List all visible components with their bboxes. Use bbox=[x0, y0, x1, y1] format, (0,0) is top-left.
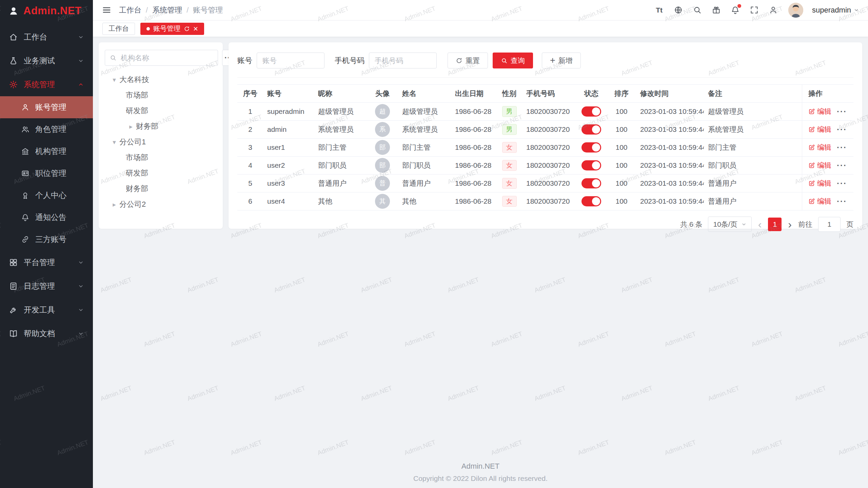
edit-button[interactable]: 编辑 bbox=[808, 107, 831, 116]
page-size-select[interactable]: 10条/页 bbox=[708, 217, 751, 232]
cell-status bbox=[576, 124, 607, 135]
account-filter-input[interactable] bbox=[257, 53, 324, 68]
col-no: 序号 bbox=[237, 89, 263, 98]
tree-node[interactable]: ▸ 财务部 bbox=[105, 119, 217, 134]
sidebar-item-account-mgmt[interactable]: 账号管理 bbox=[0, 96, 93, 118]
cell-remark: 部门职员 bbox=[704, 161, 802, 170]
avatar[interactable] bbox=[788, 3, 803, 18]
menu-collapse-icon[interactable] bbox=[102, 5, 112, 15]
phone-filter-input[interactable] bbox=[369, 53, 437, 68]
close-icon[interactable]: × bbox=[193, 25, 198, 33]
tree-node[interactable]: 市场部 bbox=[105, 87, 217, 103]
sidebar-item-personal-center[interactable]: 个人中心 bbox=[0, 184, 93, 206]
cell-account: user1 bbox=[263, 143, 314, 151]
tab-workbench[interactable]: 工作台 bbox=[102, 23, 135, 35]
sidebar-item-system-mgmt[interactable]: 系统管理 bbox=[0, 73, 93, 96]
gender-badge: 男 bbox=[502, 124, 517, 135]
col-gender: 性别 bbox=[496, 89, 522, 98]
status-toggle[interactable] bbox=[581, 196, 601, 206]
caret-down-icon[interactable]: ▾ bbox=[109, 76, 119, 84]
edit-icon bbox=[808, 144, 815, 151]
cell-order: 100 bbox=[607, 197, 636, 205]
tree-node[interactable]: ▸ 分公司2 bbox=[105, 197, 217, 212]
cell-gender: 男 bbox=[496, 124, 522, 135]
language-icon[interactable] bbox=[673, 5, 683, 15]
fullscreen-icon[interactable] bbox=[749, 5, 759, 15]
sidebar-item-role-mgmt[interactable]: 角色管理 bbox=[0, 118, 93, 140]
tree-node[interactable]: ▾ 分公司1 bbox=[105, 134, 217, 150]
tree-node[interactable]: 研发部 bbox=[105, 165, 217, 181]
cell-account: user2 bbox=[263, 161, 314, 169]
goto-page-input[interactable] bbox=[818, 217, 841, 232]
medal-icon bbox=[21, 191, 29, 200]
org-search-input[interactable] bbox=[120, 54, 213, 62]
tree-node[interactable]: 市场部 bbox=[105, 150, 217, 165]
user-icon[interactable] bbox=[768, 5, 778, 15]
row-more-button[interactable]: ··· bbox=[837, 143, 847, 151]
row-more-button[interactable]: ··· bbox=[837, 179, 847, 187]
edit-button[interactable]: 编辑 bbox=[808, 179, 831, 188]
reset-button[interactable]: 重置 bbox=[448, 53, 488, 68]
table-row: 4 user2 部门职员 部 部门职员 1986-06-28 女 1802003… bbox=[237, 157, 853, 175]
phone-filter-label: 手机号码 bbox=[335, 56, 364, 66]
org-tree-panel: ··· ▾ 大名科技 市场部 研发部 ▸ 财务部 bbox=[99, 42, 223, 229]
prev-page-button[interactable]: ‹ bbox=[757, 219, 763, 230]
sidebar-item-business-test[interactable]: 业务测试 bbox=[0, 49, 93, 73]
sidebar-item-platform-mgmt[interactable]: 平台管理 bbox=[0, 250, 93, 274]
search-button[interactable]: 查询 bbox=[493, 53, 533, 68]
add-button[interactable]: + 新增 bbox=[542, 53, 581, 68]
status-toggle[interactable] bbox=[581, 124, 601, 135]
page-number-current[interactable]: 1 bbox=[768, 218, 782, 231]
app-logo[interactable]: Admin.NET bbox=[0, 0, 93, 22]
sidebar-item-third-party-account[interactable]: 三方账号 bbox=[0, 228, 93, 250]
sidebar-item-log-mgmt[interactable]: 日志管理 bbox=[0, 274, 93, 298]
status-toggle[interactable] bbox=[581, 178, 601, 188]
breadcrumb-workbench[interactable]: 工作台 bbox=[119, 5, 141, 15]
theme-icon[interactable] bbox=[711, 5, 721, 15]
sidebar-item-position-mgmt[interactable]: 职位管理 bbox=[0, 162, 93, 184]
edit-button[interactable]: 编辑 bbox=[808, 143, 831, 152]
caret-down-icon[interactable]: ▾ bbox=[109, 138, 119, 146]
notification-bell-icon[interactable] bbox=[730, 5, 740, 15]
font-size-icon[interactable]: Tt bbox=[654, 5, 664, 15]
tab-account-mgmt[interactable]: 账号管理 × bbox=[140, 23, 204, 35]
row-more-button[interactable]: ··· bbox=[837, 107, 847, 116]
search-icon[interactable] bbox=[692, 5, 702, 15]
cell-no: 3 bbox=[237, 143, 263, 151]
row-more-button[interactable]: ··· bbox=[837, 125, 847, 134]
status-toggle[interactable] bbox=[581, 160, 601, 170]
next-page-button[interactable]: › bbox=[787, 219, 792, 230]
sidebar-item-help-docs[interactable]: 帮助文档 bbox=[0, 322, 93, 345]
caret-right-icon[interactable]: ▸ bbox=[126, 123, 136, 130]
row-more-button[interactable]: ··· bbox=[837, 197, 847, 205]
link-icon bbox=[21, 235, 29, 244]
cell-actions: 编辑 ··· bbox=[802, 139, 853, 156]
tree-node[interactable]: ▾ 大名科技 bbox=[105, 72, 217, 87]
status-toggle[interactable] bbox=[581, 142, 601, 152]
refresh-icon[interactable] bbox=[184, 26, 190, 32]
sidebar-item-dev-tools[interactable]: 开发工具 bbox=[0, 298, 93, 322]
tree-node[interactable]: 财务部 bbox=[105, 181, 217, 197]
tree-node[interactable]: 研发部 bbox=[105, 103, 217, 119]
edit-button[interactable]: 编辑 bbox=[808, 161, 831, 170]
sidebar-item-org-mgmt[interactable]: 机构管理 bbox=[0, 140, 93, 162]
page-unit-label: 页 bbox=[846, 220, 853, 229]
user-menu[interactable]: superadmin bbox=[812, 6, 859, 15]
sidebar-item-notice[interactable]: 通知公告 bbox=[0, 206, 93, 228]
caret-right-icon[interactable]: ▸ bbox=[109, 201, 119, 208]
status-toggle[interactable] bbox=[581, 106, 601, 117]
tab-active-dot bbox=[146, 27, 150, 30]
cell-actions: 编辑 ··· bbox=[802, 157, 853, 174]
row-avatar: 其 bbox=[375, 194, 390, 209]
cell-gender: 女 bbox=[496, 196, 522, 207]
breadcrumb-system-mgmt[interactable]: 系统管理 bbox=[152, 5, 182, 15]
grid-icon bbox=[9, 258, 18, 267]
cell-actions: 编辑 ··· bbox=[802, 121, 853, 138]
edit-button[interactable]: 编辑 bbox=[808, 125, 831, 134]
row-more-button[interactable]: ··· bbox=[837, 161, 847, 169]
edit-button[interactable]: 编辑 bbox=[808, 197, 831, 206]
sidebar-item-workbench[interactable]: 工作台 bbox=[0, 25, 93, 49]
cell-order: 100 bbox=[607, 143, 636, 151]
cell-phone: 18020030720 bbox=[522, 179, 576, 187]
cell-nickname: 普通用户 bbox=[314, 179, 367, 188]
